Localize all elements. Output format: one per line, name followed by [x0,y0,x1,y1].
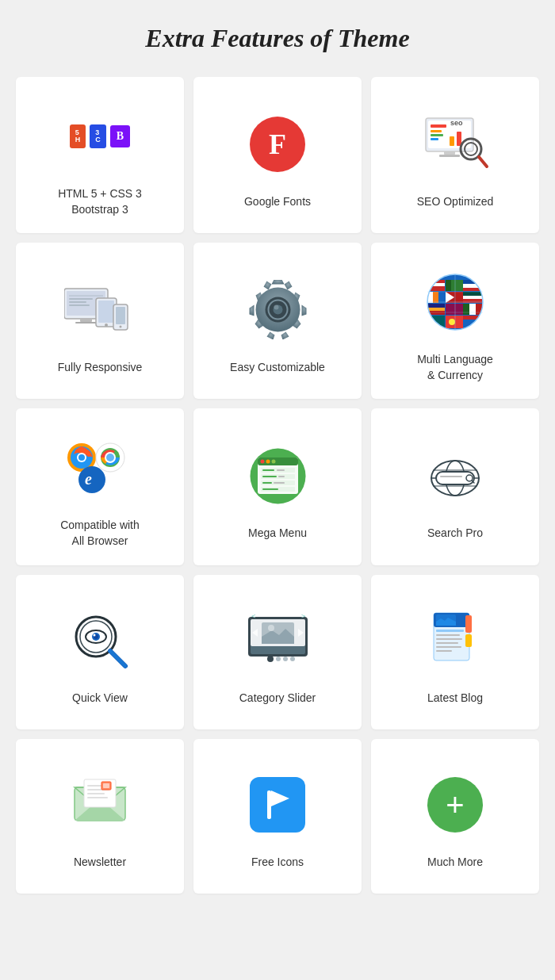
free-icons-icon [242,769,313,840]
search-pro-icon [419,440,491,511]
svg-point-126 [276,657,281,661]
svg-rect-91 [262,469,274,471]
svg-rect-152 [267,791,271,819]
card-quick-view: Quick View [16,575,184,729]
card-latest-blog: Latest Blog [371,575,539,729]
seo-svg: seo [422,114,489,174]
svg-rect-141 [436,650,452,652]
svg-point-81 [106,454,114,461]
svg-rect-139 [436,642,458,644]
much-more-label: Much More [427,855,483,871]
mega-menu-icon [242,440,313,511]
free-icons-label: Free Icons [251,855,304,871]
svg-marker-153 [271,791,289,806]
svg-rect-140 [436,646,461,648]
google-fonts-icon: F [242,109,313,180]
card-html-css-bootstrap: 5 H 3 C B HTML 5 + CSS 3Bootstrap 3 [16,77,184,233]
newsletter-icon [64,769,136,840]
responsive-svg [64,282,136,338]
svg-rect-48 [438,292,445,303]
card-much-more: + Much More [371,739,539,894]
category-slider-icon: < > [242,605,313,676]
google-fonts-f: F [250,117,305,172]
free-icons-box [250,777,305,833]
svg-rect-7 [457,132,461,146]
svg-rect-135 [465,634,472,647]
bootstrap-badge: B [110,125,130,147]
svg-rect-100 [262,488,278,490]
svg-point-125 [267,656,274,662]
svg-rect-51 [463,292,482,296]
multi-language-label: Multi Language& Currency [417,352,493,383]
category-slider-label: Category Slider [239,691,316,706]
css3-badge: 3 C [90,124,106,148]
svg-point-32 [274,305,278,310]
svg-point-23 [120,325,122,327]
svg-point-89 [271,459,275,463]
card-newsletter: Newsletter [16,739,184,894]
svg-point-77 [78,454,85,461]
svg-rect-9 [439,155,460,157]
svg-point-20 [105,323,108,327]
svg-rect-148 [87,793,105,794]
svg-rect-26 [69,301,86,303]
card-seo-optimized: seo SEO Optimized [371,77,539,233]
svg-rect-38 [427,286,445,289]
svg-point-127 [283,657,288,661]
browser-svg: e [64,440,136,496]
card-fully-responsive: Fully Responsive [16,243,184,399]
svg-rect-138 [436,638,462,640]
svg-text:<: < [251,613,256,620]
svg-rect-109 [440,476,462,477]
latest-blog-icon [419,605,491,676]
gear-svg [248,280,308,339]
card-mega-menu: Mega Menu [193,408,362,565]
svg-rect-27 [69,304,90,306]
svg-rect-22 [116,307,125,324]
card-search-pro: Search Pro [371,408,539,565]
svg-rect-25 [69,298,93,300]
svg-rect-2 [431,124,446,128]
much-more-icon: + [419,769,491,840]
mega-menu-svg [248,446,308,506]
page: Extra Features of Theme 5 H 3 C B [0,0,555,917]
features-grid: 5 H 3 C B HTML 5 + CSS 3Bootstrap 3 F [16,77,539,894]
svg-rect-137 [436,634,460,636]
svg-rect-16 [80,319,92,322]
svg-rect-5 [431,138,438,140]
svg-rect-95 [278,476,285,477]
svg-rect-94 [262,476,277,477]
svg-rect-4 [431,134,443,136]
much-more-plus: + [427,777,483,833]
card-free-icons: Free Icons [193,739,362,894]
svg-point-65 [449,319,455,325]
svg-point-82 [78,466,105,493]
svg-line-13 [479,157,487,167]
gear-icon [242,274,313,346]
svg-line-117 [110,651,125,666]
card-multi-language: Multi Language& Currency [371,243,539,399]
svg-rect-17 [75,322,97,323]
fully-responsive-label: Fully Responsive [58,360,143,376]
svg-rect-149 [87,797,108,798]
svg-point-122 [268,625,274,631]
search-pro-label: Search Pro [427,526,483,542]
card-category-slider: < > Category Slider [193,575,362,729]
svg-text:seo: seo [450,119,463,127]
seo-label: SEO Optimized [417,194,493,210]
latest-blog-svg [426,609,485,672]
globe-flags-icon [419,266,491,338]
svg-rect-37 [427,283,445,286]
card-easy-customizable: Easy Customizable [193,243,362,399]
svg-rect-97 [262,482,272,484]
svg-rect-6 [450,136,454,146]
svg-rect-134 [465,615,472,633]
responsive-icon [64,274,136,346]
card-google-fonts: F Google Fonts [193,77,362,233]
newsletter-label: Newsletter [74,855,126,871]
latest-blog-label: Latest Blog [427,691,483,706]
svg-rect-47 [433,292,438,303]
free-icons-svg [259,787,296,823]
svg-rect-151 [103,783,109,788]
browser-icon: e [64,432,136,503]
